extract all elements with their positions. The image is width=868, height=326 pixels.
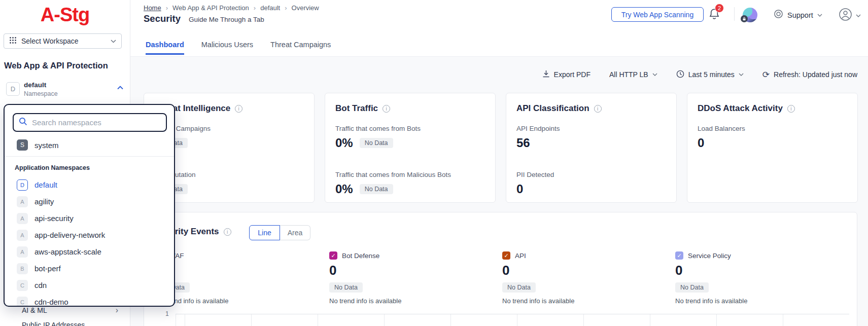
- card-title: DDoS Attack Activity: [698, 103, 783, 114]
- page-title: Security: [144, 13, 181, 24]
- breadcrumb-item: Overview: [292, 4, 319, 12]
- breadcrumb-separator: ›: [166, 4, 168, 12]
- namespace-search[interactable]: [13, 113, 167, 132]
- legend-column-service-policy: ✓ Service Policy 0 No Data No trend info…: [675, 251, 838, 305]
- namespace-initial-badge: C: [17, 280, 28, 291]
- search-icon: [19, 117, 27, 128]
- metric-label: Threat Campaigns: [154, 125, 304, 132]
- refresh-button[interactable]: ⟳ Refresh: Updated just now: [762, 70, 857, 79]
- namespace-item-cdn[interactable]: C cdn: [17, 277, 169, 294]
- legend-value: 0: [156, 263, 319, 278]
- header-divider: [734, 7, 735, 21]
- guide-me-link[interactable]: Guide Me Through a Tab: [189, 16, 264, 23]
- metric-label: IP Reputation: [154, 171, 304, 178]
- namespace-item-label: aws-appstack-scale: [34, 247, 101, 256]
- namespace-item-agility[interactable]: A agility: [17, 193, 169, 210]
- main-area: Home › Web App & API Protection › defaul…: [130, 0, 868, 326]
- chevron-down-icon: [111, 40, 116, 43]
- line-view-button[interactable]: Line: [249, 225, 280, 240]
- namespace-initial-badge: A: [17, 230, 28, 241]
- app-root: A-Stg Select Workspace Web App & API Pro…: [0, 0, 868, 326]
- summary-cards: Threat Intelligence i Threat Campaigns N…: [144, 93, 858, 203]
- application-namespaces-header: Application Namespaces: [15, 164, 90, 171]
- namespace-initial-badge: S: [17, 139, 28, 151]
- metric-label: Traffic that comes from Malicious Bots: [335, 171, 485, 178]
- tab-malicious-users[interactable]: Malicious Users: [201, 41, 253, 55]
- sidebar-item-label: AI & ML: [22, 306, 47, 314]
- lock-icon: [741, 15, 748, 22]
- refresh-status-label: Refresh: Updated just now: [774, 70, 857, 79]
- account-menu[interactable]: [839, 8, 861, 23]
- breadcrumb-home-link[interactable]: Home: [144, 4, 161, 12]
- status-badge: No Data: [360, 138, 393, 148]
- info-icon[interactable]: i: [224, 228, 231, 236]
- namespace-initial-badge: D: [6, 82, 20, 96]
- namespace-search-input[interactable]: [32, 118, 161, 127]
- trend-info-text: No trend info is available: [675, 297, 838, 305]
- area-view-button[interactable]: Area: [280, 225, 310, 240]
- sidebar-item-public-ip-addresses[interactable]: Public IP Addresses: [0, 318, 130, 326]
- namespace-item-app-delivery-network[interactable]: A app-delivery-network: [17, 227, 169, 243]
- lb-filter-dropdown[interactable]: All HTTP LB: [609, 70, 657, 79]
- namespace-item-default[interactable]: D default: [17, 176, 169, 193]
- bot-defense-checkbox[interactable]: ✓: [329, 251, 337, 260]
- api-checkbox[interactable]: ✓: [502, 251, 510, 260]
- breadcrumb-separator: ›: [285, 4, 287, 12]
- chevron-down-icon: [817, 14, 822, 17]
- status-badge: No Data: [360, 184, 393, 194]
- namespace-selector-name[interactable]: default: [24, 81, 46, 89]
- service-policy-checkbox[interactable]: ✓: [675, 251, 683, 260]
- info-icon[interactable]: i: [383, 105, 390, 113]
- info-icon[interactable]: i: [594, 105, 602, 113]
- info-icon[interactable]: i: [235, 105, 242, 113]
- metric-value: 0: [698, 136, 704, 150]
- namespace-item-label: agility: [34, 197, 54, 206]
- lb-filter-label: All HTTP LB: [609, 70, 648, 79]
- namespace-initial-badge: C: [17, 297, 28, 307]
- clock-icon: [676, 70, 684, 80]
- namespace-item-api-security[interactable]: A api-security: [17, 210, 169, 227]
- status-badge: No Data: [675, 282, 709, 293]
- namespace-item-label: default: [34, 180, 57, 189]
- info-icon[interactable]: i: [787, 105, 795, 113]
- chevron-down-icon: [856, 14, 861, 17]
- breadcrumb-item[interactable]: default: [260, 4, 280, 12]
- refresh-icon: ⟳: [762, 70, 770, 79]
- select-workspace-button[interactable]: Select Workspace: [4, 33, 122, 49]
- support-menu[interactable]: Support: [774, 9, 822, 21]
- workspace-grid-icon: [9, 37, 17, 46]
- metric-value: 0: [516, 182, 523, 196]
- namespace-item-system[interactable]: S system: [17, 139, 59, 151]
- namespace-item-label: api-security: [34, 214, 74, 223]
- export-pdf-button[interactable]: Export PDF: [542, 70, 591, 80]
- legend-label: Bot Defense: [342, 252, 379, 260]
- legend-value: 0: [675, 263, 838, 278]
- download-icon: [542, 70, 550, 80]
- namespace-initial-badge: A: [17, 213, 28, 224]
- time-range-label: Last 5 minutes: [688, 70, 735, 79]
- breadcrumb-item[interactable]: Web App & API Protection: [172, 4, 249, 12]
- chevron-right-icon: ›: [116, 306, 118, 315]
- status-badge: No Data: [329, 282, 363, 293]
- namespace-initial-badge: B: [17, 263, 28, 274]
- tab-dashboard[interactable]: Dashboard: [146, 41, 184, 55]
- chevron-down-icon: [652, 73, 657, 76]
- chevron-up-icon[interactable]: [117, 86, 123, 90]
- time-range-dropdown[interactable]: Last 5 minutes: [676, 70, 744, 80]
- try-web-app-scanning-button[interactable]: Try Web App Scanning: [611, 7, 704, 22]
- metric-value: 0%: [335, 136, 353, 150]
- select-workspace-label: Select Workspace: [21, 37, 79, 45]
- lifebuoy-icon: [774, 9, 783, 21]
- card-bot-traffic: Bot Traffic i Traffic that comes from Bo…: [325, 93, 496, 203]
- y-axis-tick-label: 1: [165, 310, 169, 317]
- breadcrumb-separator: ›: [254, 4, 256, 12]
- legend-column-api: ✓ API 0 No Data No trend info is availab…: [502, 251, 665, 305]
- tab-threat-campaigns[interactable]: Threat Campaigns: [270, 41, 331, 55]
- namespace-item-aws-appstack-scale[interactable]: A aws-appstack-scale: [17, 243, 169, 260]
- metric-label: PII Detected: [516, 171, 666, 178]
- legend-value: 0: [329, 263, 492, 278]
- namespace-item-bot-perf[interactable]: B bot-perf: [17, 260, 169, 277]
- namespace-item-cdn-demo[interactable]: C cdn-demo: [17, 294, 169, 307]
- person-circle-icon: [839, 8, 852, 23]
- sidebar-item-label: Public IP Addresses: [22, 321, 85, 326]
